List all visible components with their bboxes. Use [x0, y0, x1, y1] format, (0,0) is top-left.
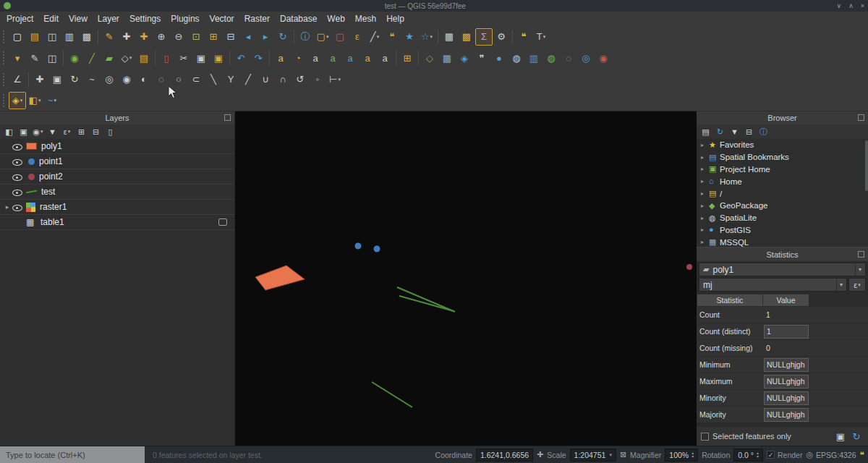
split-parts-button[interactable]: Y — [222, 71, 239, 88]
browser-item-mssql[interactable]: ▸▦MSSQL — [697, 236, 868, 247]
filter-by-expression-button[interactable]: ε▾ — [60, 125, 74, 138]
pan-map-button[interactable]: ✚ — [118, 28, 135, 46]
toolbar-handle[interactable] — [3, 73, 6, 86]
menu-database[interactable]: Database — [275, 12, 322, 25]
delete-part-button[interactable]: ○ — [170, 71, 187, 88]
menu-settings[interactable]: Settings — [124, 12, 166, 25]
delete-selected-button[interactable]: ▯ — [158, 49, 175, 67]
menu-project[interactable]: Project — [1, 12, 38, 25]
coordinate-input[interactable]: 1.6241,0.6656 — [476, 449, 533, 462]
browser-item-home[interactable]: ▸⌂Home — [697, 175, 868, 187]
toolbar-handle[interactable] — [3, 51, 6, 64]
layer-indicator-icon[interactable] — [218, 218, 227, 226]
add-postgis-layer-button[interactable]: ● — [490, 49, 508, 67]
osm-place-search-button[interactable]: ◈▾ — [9, 92, 26, 109]
menu-edit[interactable]: Edit — [38, 12, 64, 25]
add-vector-layer-button[interactable]: ◇ — [421, 49, 438, 67]
undo-button[interactable]: ↶ — [232, 49, 250, 67]
visibility-eye-icon[interactable] — [12, 171, 23, 182]
filter-browser-button[interactable]: ▼ — [728, 125, 741, 138]
show-layout-manager-button[interactable]: ▩ — [78, 28, 95, 46]
rotation-spinner[interactable]: 0.0 ° ▴▾ — [733, 449, 763, 462]
open-project-button[interactable]: ▤ — [26, 28, 43, 46]
map-canvas[interactable] — [235, 111, 697, 446]
split-features-button[interactable]: ╱ — [239, 71, 257, 88]
style-manager-button[interactable]: ✎ — [101, 28, 118, 46]
expander-icon[interactable]: ▸ — [701, 154, 709, 161]
new-bookmark-button[interactable]: ★ — [401, 28, 418, 46]
map-tips-button[interactable]: ❝ — [383, 28, 401, 46]
locate-input[interactable] — [0, 446, 145, 463]
merge-attributes-button[interactable]: ∩ — [274, 71, 292, 88]
copy-statistics-button[interactable]: ▣ — [833, 429, 848, 443]
quickmap-services-button[interactable]: ◧▾ — [26, 92, 43, 109]
visibility-eye-icon[interactable] — [12, 156, 23, 167]
add-group-button[interactable]: ▣ — [17, 125, 30, 138]
rotate-feature-button[interactable]: ↻ — [66, 71, 83, 88]
move-label-button[interactable]: a — [341, 49, 359, 67]
layer-diagram-button[interactable]: ◔ — [289, 49, 307, 67]
expander-icon[interactable]: ▸ — [701, 239, 709, 245]
properties-browser-button[interactable]: ⓘ — [757, 125, 770, 138]
profile-tool-button[interactable]: ~▾ — [43, 92, 61, 109]
rotate-label-button[interactable]: a — [359, 49, 376, 67]
zoom-next-button[interactable]: ▸ — [257, 28, 274, 46]
magnifier-spinner[interactable]: 100% ▴▾ — [665, 449, 698, 462]
filter-legend-button[interactable]: ▼ — [46, 125, 59, 138]
collapse-all-button[interactable]: ⊟ — [89, 125, 103, 138]
column-header-statistic[interactable]: Statistic — [697, 294, 763, 307]
add-point-feature-button[interactable]: ◉ — [66, 49, 83, 67]
fill-ring-button[interactable]: ◐ — [135, 71, 153, 88]
add-mssql-layer-button[interactable]: ▥ — [525, 49, 542, 67]
remove-layer-button[interactable]: ▯ — [103, 125, 117, 138]
add-spatialite-layer-button[interactable]: ◍ — [508, 49, 525, 67]
refresh-browser-button[interactable]: ↻ — [713, 125, 727, 138]
expander-icon[interactable]: ▸ — [701, 166, 709, 172]
browser-item-favorites[interactable]: ▸★Favorites — [697, 139, 868, 151]
metasearch-button[interactable]: ◉ — [595, 49, 612, 67]
reshape-features-button[interactable]: ╲ — [205, 71, 222, 88]
add-delimited-text-button[interactable]: ❞ — [473, 49, 490, 67]
measure-button[interactable]: ╱▾ — [366, 28, 383, 46]
toolbar-handle[interactable] — [3, 94, 6, 107]
redo-button[interactable]: ↷ — [250, 49, 267, 67]
zoom-to-layer-button[interactable]: ⊟ — [222, 28, 239, 46]
crs-value[interactable]: EPSG:4326 — [816, 451, 856, 459]
add-xyz-layer-button[interactable]: ◌ — [560, 49, 577, 67]
layer-item-poly1[interactable]: poly1 — [0, 139, 234, 154]
browser-item-postgis[interactable]: ▸●PostGIS — [697, 224, 868, 237]
processing-toolbox-button[interactable]: ⚙ — [493, 28, 510, 46]
simplify-feature-button[interactable]: ~ — [83, 71, 101, 88]
offset-curve-button[interactable]: ⊂ — [187, 71, 205, 88]
browser-item-spatialite[interactable]: ▸◍SpatiaLite — [697, 212, 868, 224]
modify-attributes-button[interactable]: ▤ — [135, 49, 153, 67]
layer-item-point2[interactable]: point2 — [0, 169, 234, 184]
add-raster-layer-button[interactable]: ▦ — [438, 49, 456, 67]
menu-layer[interactable]: Layer — [93, 12, 124, 25]
browser-item-spatial-bookmarks[interactable]: ▸▤Spatial Bookmarks — [697, 151, 868, 163]
menu-vector[interactable]: Vector — [205, 12, 239, 25]
add-part-button[interactable]: ◉ — [118, 71, 135, 88]
browser-item-geopackage[interactable]: ▸◆GeoPackage — [697, 200, 868, 212]
new-project-button[interactable]: ▢ — [9, 28, 26, 46]
trim-extend-button[interactable]: ⊢▾ — [326, 71, 344, 88]
browser-item-project-home[interactable]: ▸▣Project Home — [697, 163, 868, 176]
menu-mesh[interactable]: Mesh — [350, 12, 381, 25]
current-edits-button[interactable]: ▾ — [9, 49, 26, 67]
zoom-last-button[interactable]: ◂ — [239, 28, 257, 46]
attribute-table-button[interactable]: ▦ — [441, 28, 458, 46]
merge-features-button[interactable]: ∪ — [257, 71, 274, 88]
new-print-layout-button[interactable]: ▥ — [61, 28, 78, 46]
manage-map-themes-button[interactable]: ◉▾ — [31, 125, 45, 138]
add-wfs-layer-button[interactable]: ◎ — [577, 49, 595, 67]
maximize-button[interactable]: ∧ — [848, 0, 854, 12]
statistics-layer-combo[interactable]: ▰ poly1 ▾ — [699, 263, 866, 276]
cut-features-button[interactable]: ✂ — [175, 49, 192, 67]
coordinate-tracking-icon[interactable]: ✚ — [537, 450, 543, 459]
statistics-field-combo[interactable]: mj ▾ — [699, 278, 847, 292]
open-layer-styling-button[interactable]: ◧ — [2, 125, 16, 138]
statistic-value-box[interactable]: 1 — [764, 325, 809, 339]
change-label-button[interactable]: a — [376, 49, 393, 67]
layer-item-test[interactable]: test — [0, 184, 234, 200]
field-calculator-button[interactable]: ▩ — [458, 28, 475, 46]
